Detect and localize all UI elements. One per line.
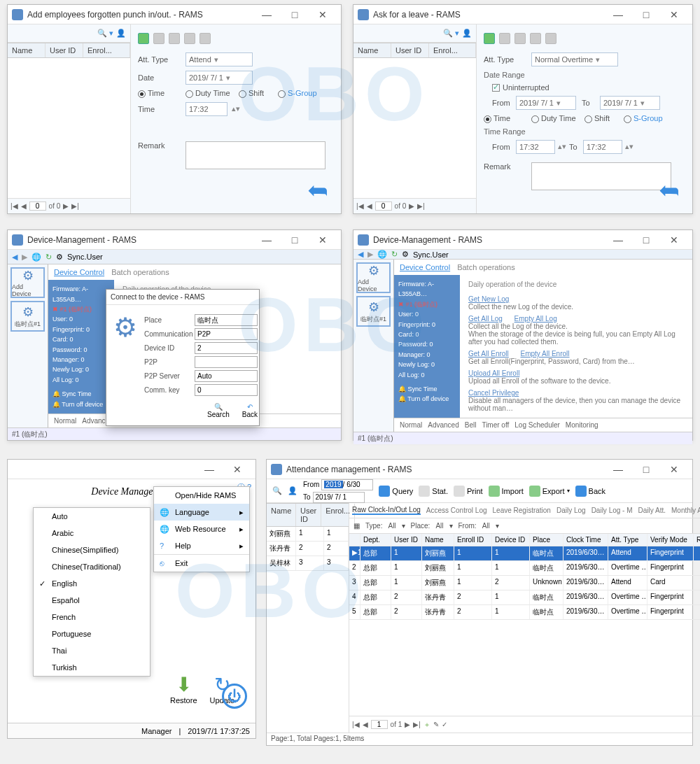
- from-time[interactable]: 17:32: [516, 140, 555, 154]
- tab-leavereg[interactable]: Leave Registration: [493, 507, 551, 514]
- uninterrupted-checkbox[interactable]: [492, 84, 500, 92]
- lang-chinese-simplified[interactable]: Chinese(Simplified): [34, 542, 150, 558]
- menu-help[interactable]: ?Help▸: [154, 537, 249, 554]
- add-user-icon[interactable]: 👤: [116, 29, 126, 38]
- log-row[interactable]: 4总部2张丹青21临时点2019/6/30…Overtime …Fingerpr…: [349, 590, 700, 605]
- commkey-input[interactable]: 0: [195, 384, 258, 396]
- log-row[interactable]: ▶1总部1刘丽燕11临时点2019/6/30…AttendFingerprint: [349, 546, 700, 561]
- radio-duty[interactable]: [186, 90, 193, 98]
- filter-type[interactable]: All: [388, 522, 396, 530]
- server-select[interactable]: Auto: [195, 370, 258, 382]
- edit-icon[interactable]: [499, 33, 510, 44]
- filter-place[interactable]: All: [435, 522, 443, 530]
- add-user-icon[interactable]: 👤: [288, 486, 298, 495]
- nav-next-icon[interactable]: ▶: [405, 721, 410, 728]
- gear-icon[interactable]: ⚙: [56, 253, 63, 262]
- radio-duty[interactable]: [531, 115, 539, 123]
- nav-first-icon[interactable]: |◀: [352, 721, 360, 728]
- nav-prev-icon[interactable]: ◀: [363, 721, 368, 728]
- employee-row[interactable]: 吴梓林33: [267, 556, 349, 571]
- minimize-button[interactable]: —: [604, 461, 632, 478]
- col-name[interactable]: Name: [8, 43, 46, 57]
- nav-page-input[interactable]: [29, 201, 46, 211]
- nav-fwd-icon[interactable]: ▶: [368, 250, 373, 259]
- employee-row[interactable]: 张丹青22: [267, 542, 349, 556]
- menu-language[interactable]: 🌐Language▸: [154, 504, 249, 521]
- nav-prev-icon[interactable]: ◀: [21, 202, 27, 210]
- search-icon[interactable]: 🔍 ▾: [443, 29, 459, 38]
- edit-icon[interactable]: [153, 33, 164, 44]
- back-button[interactable]: Back: [575, 486, 606, 497]
- search-button[interactable]: 🔍Search: [207, 403, 230, 418]
- link-get-new-log[interactable]: Get New Log: [468, 295, 509, 303]
- place-select[interactable]: 临时点: [195, 314, 258, 326]
- remark-textarea[interactable]: [531, 162, 671, 190]
- col-userid[interactable]: User ID: [391, 43, 429, 57]
- tab-dailylog-m[interactable]: Daily Log - M: [592, 507, 633, 514]
- menu-exit[interactable]: ⎋Exit: [154, 555, 249, 572]
- link-empty-all-enroll[interactable]: Empty All Enroll: [520, 350, 569, 358]
- nav-last-icon[interactable]: ▶|: [417, 202, 425, 210]
- add-user-icon[interactable]: 👤: [462, 29, 472, 38]
- minimize-button[interactable]: —: [253, 6, 281, 23]
- att-type-select[interactable]: Attend: [186, 52, 253, 66]
- globe-icon[interactable]: 🌐: [31, 253, 41, 262]
- radio-time[interactable]: [138, 90, 146, 98]
- tab-batch[interactable]: Batch operations: [111, 268, 169, 276]
- link-get-all-enroll[interactable]: Get All Enroll: [468, 350, 509, 358]
- lang-auto[interactable]: Auto: [34, 508, 150, 525]
- close-button[interactable]: ✕: [660, 232, 688, 248]
- refresh-icon[interactable]: ↻: [391, 250, 398, 259]
- maximize-button[interactable]: □: [281, 6, 309, 23]
- time-input[interactable]: 17:32: [186, 102, 227, 116]
- tab-rawlog[interactable]: Raw Clock-In/Out Log: [352, 506, 421, 515]
- globe-icon[interactable]: 🌐: [377, 250, 387, 259]
- col-enroll[interactable]: Enrol...: [83, 43, 130, 57]
- stat-button[interactable]: Stat.: [419, 486, 448, 497]
- lang-arabic[interactable]: Arabic: [34, 525, 150, 542]
- lang-french[interactable]: French: [34, 609, 150, 625]
- nav-back-icon[interactable]: ◀: [358, 250, 363, 259]
- sidebar-device-1[interactable]: ⚙临时点#1: [10, 301, 45, 332]
- radio-shift[interactable]: [584, 115, 592, 123]
- tab-normal[interactable]: Normal: [54, 417, 76, 425]
- to-date[interactable]: 2019/ 7/ 1: [313, 492, 365, 503]
- lang-thai[interactable]: Thai: [34, 642, 150, 659]
- radio-shift[interactable]: [239, 90, 246, 98]
- tab-device-control[interactable]: Device Control: [54, 268, 104, 276]
- sync-user-button[interactable]: Sync.User: [67, 253, 103, 261]
- cancel-icon[interactable]: [545, 33, 556, 44]
- gear-icon[interactable]: ⚙: [402, 250, 409, 259]
- from-date[interactable]: 2019/ 6/30: [321, 479, 373, 490]
- nav-back-icon[interactable]: ◀: [12, 253, 18, 262]
- col-name[interactable]: Name: [354, 43, 391, 57]
- from-date[interactable]: 2019/ 7/ 1: [516, 96, 576, 110]
- nav-last-icon[interactable]: ▶|: [413, 721, 421, 728]
- col-userid[interactable]: User ID: [46, 43, 83, 57]
- delete-icon[interactable]: [169, 33, 180, 44]
- close-button[interactable]: ✕: [309, 232, 337, 248]
- nav-fwd-icon[interactable]: ▶: [22, 253, 27, 262]
- export-button[interactable]: Export▾: [529, 486, 570, 497]
- p2p-input[interactable]: [195, 356, 258, 368]
- maximize-button[interactable]: □: [632, 6, 660, 23]
- nav-next-icon[interactable]: ▶: [63, 202, 69, 210]
- remark-textarea[interactable]: [186, 141, 326, 169]
- link-empty-all-log[interactable]: Empty All Log: [514, 315, 557, 323]
- close-button[interactable]: ✕: [660, 6, 688, 23]
- lang-turkish[interactable]: Turkish: [34, 659, 150, 676]
- deviceid-input[interactable]: 2: [195, 342, 258, 354]
- delete-icon[interactable]: [514, 33, 526, 44]
- nav-first-icon[interactable]: |◀: [356, 202, 364, 210]
- print-button[interactable]: Print: [454, 486, 483, 497]
- add-icon[interactable]: ＋: [424, 720, 430, 730]
- confirm-icon[interactable]: [184, 33, 195, 44]
- add-icon[interactable]: [484, 33, 495, 44]
- tab-dailylog[interactable]: Daily Log: [556, 507, 586, 514]
- maximize-button[interactable]: □: [281, 232, 309, 248]
- confirm-icon[interactable]: ✓: [442, 721, 447, 728]
- log-row[interactable]: 5总部2张丹青21临时点2019/6/30…Overtime …Fingerpr…: [349, 605, 700, 620]
- col-enroll[interactable]: Enrol...: [429, 43, 476, 57]
- radio-sgroup[interactable]: [624, 115, 631, 123]
- tab-device-control[interactable]: Device Control: [400, 263, 450, 271]
